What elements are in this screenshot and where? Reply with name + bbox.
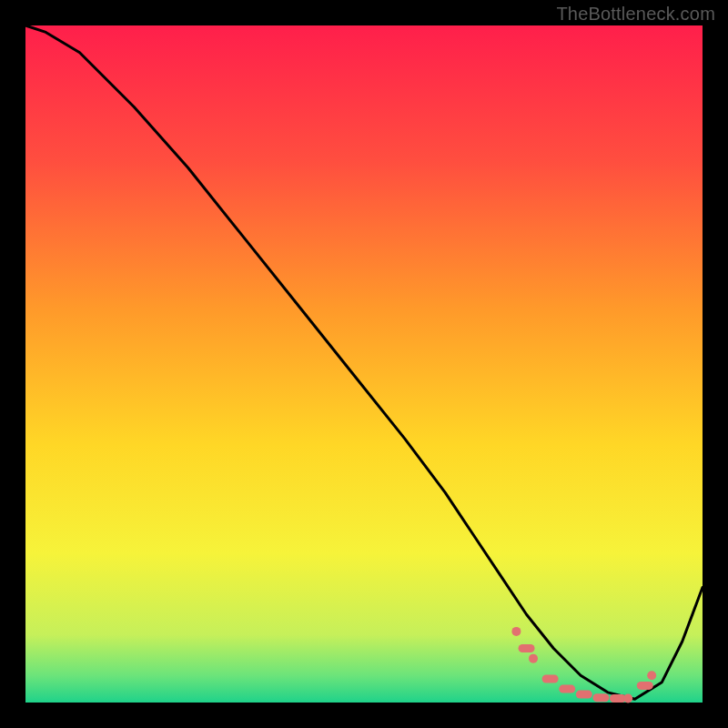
marker-dash bbox=[592, 693, 609, 702]
plot-background bbox=[25, 25, 703, 703]
marker-dash bbox=[519, 644, 535, 652]
marker-dot bbox=[623, 694, 632, 703]
marker-dash bbox=[576, 691, 592, 699]
attribution-text: TheBottleneck.com bbox=[556, 4, 715, 25]
chart-svg bbox=[0, 0, 728, 728]
marker-dash bbox=[542, 674, 559, 682]
marker-dot bbox=[529, 654, 538, 663]
marker-dot bbox=[511, 627, 521, 636]
chart-container: TheBottleneck.com bbox=[0, 0, 728, 728]
marker-dot bbox=[647, 671, 656, 680]
marker-dash bbox=[559, 685, 575, 693]
marker-dash bbox=[637, 682, 653, 690]
